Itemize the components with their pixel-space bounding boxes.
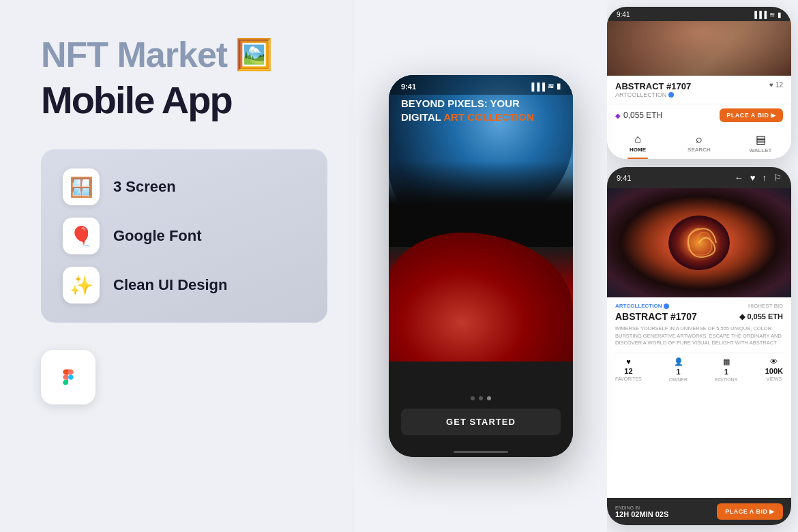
flag-icon[interactable]: ⚐ — [773, 173, 782, 183]
rp-bottom-time: 9:41 — [617, 174, 631, 182]
feature-font: 🎈 Google Font — [63, 218, 306, 254]
share-icon[interactable]: ↑ — [763, 173, 767, 183]
rp-bottom-content: ARTCOLLECTION HIGHEST BID ABSTRACT #1707… — [607, 297, 791, 498]
rp-top-time: 9:41 — [617, 11, 630, 18]
rp-top-status-bar: 9:41 ▐▐▐ ≋ ▮ — [607, 7, 791, 21]
right-phone-bottom: 9:41 ← ♥ ↑ ⚐ — [607, 167, 791, 525]
rp-top-status-icons: ▐▐▐ ≋ ▮ — [752, 11, 782, 18]
rp-bottom-stats: ♥ 12 FAVORITES 👤 1 OWNER ▦ 1 EDITIONS 👁 … — [615, 353, 783, 382]
editions-value: 1 — [724, 368, 728, 376]
figma-logo — [55, 364, 82, 391]
heart-icon: ♥ — [769, 81, 773, 89]
rp-bottom-header: 9:41 ← ♥ ↑ ⚐ — [607, 167, 791, 188]
screens-label: 3 Screen — [113, 178, 176, 196]
place-bid-button-bottom[interactable]: PLACE A BID ▶ — [717, 503, 783, 520]
eth-amount-bottom: 0,055 ETH — [747, 312, 783, 321]
right-panel: 9:41 ▐▐▐ ≋ ▮ ABSTRACT #1707 ARTCOLLECTIO… — [607, 0, 798, 532]
center-phone: 9:41 ▐▐▐ ≋ ▮ BEYOND PIXELS: YOURDIGITAL … — [389, 75, 573, 457]
feature-design: ✨ Clean UI Design — [63, 267, 306, 304]
design-icon-box: ✨ — [63, 267, 100, 304]
home-bar — [454, 451, 508, 453]
font-label: Google Font — [113, 227, 202, 245]
phone-dots — [401, 396, 561, 400]
rp-bottom-collection: ARTCOLLECTION — [615, 303, 669, 309]
search-tab-icon: ⌕ — [696, 133, 703, 145]
design-label: Clean UI Design — [113, 276, 227, 294]
favorites-icon: ♥ — [626, 357, 631, 366]
signal-icon: ▐▐▐ — [529, 83, 545, 91]
ending-time: 12H 02MIN 02S — [615, 510, 668, 518]
views-icon: 👁 — [770, 357, 778, 366]
bottom-verified-badge — [664, 304, 669, 309]
left-panel: NFT Market 🖼️ Mobile App 🪟 3 Screen 🎈 Go… — [0, 0, 355, 532]
rp-nft-title: ABSTRACT #1707 — [615, 81, 691, 91]
home-tab-icon: ⌂ — [634, 133, 641, 145]
get-started-button[interactable]: GET STARTED — [401, 409, 561, 435]
favorites-label: FAVORITES — [615, 376, 642, 381]
phone-status-bar: 9:41 ▐▐▐ ≋ ▮ — [389, 75, 573, 95]
tab-search[interactable]: ⌕ SEARCH — [668, 130, 730, 156]
eth-price: ◆ 0,055 ETH — [615, 110, 662, 120]
font-icon-box: 🎈 — [63, 218, 100, 254]
verified-badge — [668, 92, 674, 98]
rp-battery: ▮ — [778, 11, 782, 18]
mobile-app-title: Mobile App — [41, 78, 327, 122]
stat-owner: 👤 1 OWNER — [669, 357, 688, 382]
painting-emoji: 🖼️ — [235, 37, 273, 72]
rp-signal: ▐▐▐ — [752, 11, 767, 18]
views-value: 100K — [765, 367, 783, 375]
phone-home-indicator — [389, 446, 573, 457]
like-number: 12 — [775, 81, 783, 89]
status-time: 9:41 — [401, 83, 416, 91]
highest-bid-label: HIGHEST BID — [748, 303, 783, 309]
rp-bottom-description: IMMERSE YOURSELF IN A UNIVERSE OF 5,555 … — [615, 325, 783, 347]
wifi-icon: ≋ — [548, 82, 554, 91]
headline-orange: ART COLLECTION — [443, 111, 534, 123]
owner-icon: 👤 — [674, 357, 683, 366]
font-icon: 🎈 — [70, 225, 93, 248]
favorite-icon[interactable]: ♥ — [750, 173, 756, 183]
phone-bottom-section: GET STARTED — [389, 388, 573, 446]
wallet-tab-label: WALLET — [750, 147, 772, 153]
spiral-artwork — [665, 209, 733, 277]
rp-collection: ARTCOLLECTION — [615, 91, 691, 98]
design-icon: ✨ — [70, 274, 93, 297]
rp-bottom-nft-info: ABSTRACT #1707 ◆ 0,055 ETH — [615, 311, 783, 322]
features-box: 🪟 3 Screen 🎈 Google Font ✨ Clean UI Desi… — [41, 149, 327, 323]
ending-label: ENDING IN — [615, 505, 668, 510]
figma-icon-box — [41, 350, 95, 404]
views-label: VIEWS — [767, 376, 782, 381]
stat-editions: ▦ 1 EDITIONS — [715, 357, 737, 382]
rp-bottom-footer: ENDING IN 12H 02MIN 02S PLACE A BID ▶ — [607, 498, 791, 525]
editions-label: EDITIONS — [715, 377, 737, 382]
feature-screens: 🪟 3 Screen — [63, 168, 306, 205]
portrait-overlay — [607, 21, 791, 76]
owner-value: 1 — [676, 368, 680, 376]
nft-title: NFT Market — [41, 34, 227, 75]
tab-home[interactable]: ⌂ HOME — [607, 130, 668, 156]
screens-icon-box: 🪟 — [63, 168, 100, 205]
rp-bottom-artwork — [607, 188, 791, 297]
center-area: 9:41 ▐▐▐ ≋ ▮ BEYOND PIXELS: YOURDIGITAL … — [355, 0, 607, 532]
favorites-value: 12 — [624, 367, 632, 375]
home-tab-label: HOME — [630, 147, 646, 153]
rp-bottom-eth: ◆ 0,055 ETH — [739, 312, 783, 321]
rp-wifi: ≋ — [769, 11, 775, 18]
title-row: NFT Market 🖼️ — [41, 34, 327, 75]
tab-wallet[interactable]: ▤ WALLET — [730, 130, 791, 156]
editions-icon: ▦ — [723, 357, 730, 366]
place-bid-button-top[interactable]: PLACE A BID ▶ — [720, 108, 783, 122]
eth-icon-bottom: ◆ — [739, 312, 745, 321]
rp-card-info: ABSTRACT #1707 ARTCOLLECTION ♥ 12 — [607, 76, 791, 104]
search-tab-label: SEARCH — [688, 147, 711, 153]
owner-label: OWNER — [669, 377, 688, 382]
right-phone-top: 9:41 ▐▐▐ ≋ ▮ ABSTRACT #1707 ARTCOLLECTIO… — [607, 7, 791, 159]
rp-bottom-nav-icons: ← ♥ ↑ ⚐ — [735, 173, 782, 183]
dot-1 — [471, 396, 475, 400]
phone-headline: BEYOND PIXELS: YOURDIGITAL ART COLLECTIO… — [401, 97, 561, 123]
dot-3 — [487, 396, 491, 400]
stat-views: 👁 100K VIEWS — [765, 357, 783, 382]
phone-text-overlay: BEYOND PIXELS: YOURDIGITAL ART COLLECTIO… — [401, 97, 561, 123]
rp-price-row: ◆ 0,055 ETH PLACE A BID ▶ — [607, 104, 791, 126]
back-icon[interactable]: ← — [735, 173, 743, 183]
